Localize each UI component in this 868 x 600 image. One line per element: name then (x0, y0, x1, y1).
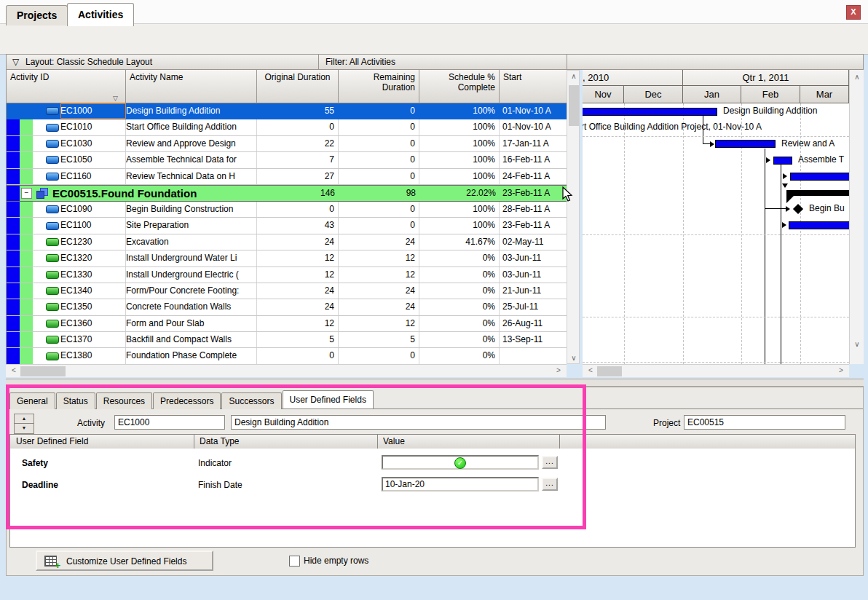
timescale-quarter[interactable]: Qtr 1, 2011 (683, 70, 849, 86)
cell-activity-name[interactable]: Site Preparation (126, 218, 257, 233)
table-row[interactable]: EC1000 Design Building Addition 55 0 100… (7, 103, 567, 119)
table-row[interactable]: EC1030 Review and Approve Design 22 0 10… (7, 136, 567, 152)
collapse-icon[interactable]: − (21, 188, 32, 199)
table-row[interactable]: EC1050 Assemble Technical Data for 7 0 1… (7, 152, 567, 168)
activity-stepper[interactable]: ▲ ▼ (14, 414, 34, 434)
cell-original-duration[interactable]: 55 (257, 103, 339, 119)
cell-schedule-pct[interactable]: 100% (419, 152, 500, 167)
cell-activity-id[interactable]: EC1160 (60, 169, 126, 184)
cell-schedule-pct[interactable]: 22.02% (419, 186, 500, 201)
cell-activity-name[interactable]: Design Building Addition (126, 103, 257, 119)
udf-value-field[interactable]: 10-Jan-20 (382, 477, 539, 492)
cell-activity-name[interactable]: Assemble Technical Data for (126, 152, 257, 167)
tab-projects[interactable]: Projects (6, 5, 68, 25)
cell-remaining-duration[interactable]: 5 (339, 332, 419, 347)
gantt-bar[interactable] (583, 108, 717, 116)
cell-start[interactable]: 24-Feb-11 A (500, 169, 567, 184)
tab-successors[interactable]: Successors (221, 392, 281, 409)
timescale-month[interactable]: Dec (624, 86, 683, 103)
cell-start[interactable]: 28-Feb-11 A (500, 202, 567, 217)
browse-ellipsis-button[interactable]: ... (542, 478, 558, 491)
cell-remaining-duration[interactable]: 0 (339, 348, 419, 363)
table-row[interactable]: EC1340 Form/Pour Concrete Footing: 24 24… (7, 283, 567, 299)
timescale-quarter[interactable]: , 2010 (583, 70, 683, 86)
cell-original-duration[interactable]: 12 (257, 250, 339, 266)
cell-remaining-duration[interactable]: 12 (339, 316, 419, 331)
cell-schedule-pct[interactable]: 100% (419, 136, 500, 151)
table-row[interactable]: EC1370 Backfill and Compact Walls 5 5 0%… (7, 332, 567, 348)
browse-ellipsis-button[interactable]: ... (542, 456, 558, 469)
cell-remaining-duration[interactable]: 0 (339, 202, 419, 217)
col-original-duration[interactable]: Original Duration (257, 70, 339, 103)
cell-activity-id[interactable]: EC1030 (60, 136, 126, 151)
table-row[interactable]: EC1230 Excavation 24 24 41.67% 02-May-11 (7, 234, 567, 250)
scroll-right-icon[interactable]: > (836, 366, 846, 374)
cell-activity-id[interactable]: EC1330 (60, 267, 126, 283)
activity-id-field[interactable] (114, 415, 225, 430)
cell-remaining-duration[interactable]: 0 (339, 136, 419, 151)
udf-row[interactable]: SafetyIndicator✓... (10, 453, 855, 475)
cell-start[interactable]: 26-Aug-11 (500, 316, 567, 331)
cell-activity-name[interactable]: Concrete Foundation Walls (126, 299, 257, 315)
table-row[interactable]: EC1330 Install Underground Electric ( 12… (7, 267, 567, 283)
spin-up-icon[interactable]: ▲ (15, 414, 33, 424)
col-activity-id[interactable]: Activity ID ▽ (7, 70, 126, 103)
hscroll-thumb[interactable] (20, 366, 66, 376)
activity-name-field[interactable] (231, 415, 606, 430)
table-row[interactable]: EC1360 Form and Pour Slab 12 12 0% 26-Au… (7, 316, 567, 332)
timescale-month[interactable]: Feb (741, 86, 800, 103)
udf-value-field[interactable]: ✓ (382, 455, 539, 470)
cell-activity-name[interactable]: Form/Pour Concrete Footing: (126, 283, 257, 299)
cell-original-duration[interactable]: 24 (257, 283, 339, 299)
cell-original-duration[interactable]: 22 (257, 136, 339, 151)
table-row[interactable]: EC1380 Foundation Phase Complete 0 0 0% (7, 348, 567, 364)
cell-schedule-pct[interactable]: 0% (419, 299, 500, 315)
cell-schedule-pct[interactable]: 100% (419, 169, 500, 184)
cell-activity-id[interactable]: EC1010 (60, 119, 126, 135)
tab-user-defined-fields[interactable]: User Defined Fields (283, 390, 374, 408)
cell-remaining-duration[interactable]: 12 (339, 267, 419, 283)
cell-original-duration[interactable]: 27 (257, 169, 339, 184)
cell-start[interactable]: 21-Jun-11 (500, 283, 567, 299)
layout-label[interactable]: Layout: Classic Schedule Layout (25, 57, 152, 67)
col-remaining-duration[interactable]: Remaining Duration (339, 70, 419, 103)
cell-start[interactable]: 01-Nov-10 A (500, 119, 567, 135)
timescale-month[interactable]: Mar (800, 86, 849, 103)
scroll-down-icon[interactable]: ∨ (852, 340, 862, 348)
cell-original-duration[interactable]: 12 (257, 316, 339, 331)
vscroll-thumb[interactable] (569, 85, 579, 126)
spin-down-icon[interactable]: ▼ (15, 424, 33, 433)
col-start[interactable]: Start (500, 70, 567, 103)
col-activity-name[interactable]: Activity Name (126, 70, 257, 103)
cell-remaining-duration[interactable]: 24 (339, 299, 419, 315)
gantt-timescale[interactable]: , 2010Qtr 1, 2011NovDecJanFebMar (583, 70, 849, 103)
cell-activity-id[interactable]: EC1380 (60, 348, 126, 363)
cell-activity-id[interactable]: EC1320 (60, 250, 126, 266)
tab-predecessors[interactable]: Predecessors (153, 392, 221, 409)
cell-schedule-pct[interactable]: 0% (419, 316, 500, 331)
hide-empty-rows-checkbox[interactable] (289, 556, 300, 567)
table-row[interactable]: EC1320 Install Underground Water Li 12 1… (7, 250, 567, 267)
cell-schedule-pct[interactable]: 100% (419, 119, 500, 135)
cell-activity-name[interactable]: Backfill and Compact Walls (126, 332, 257, 347)
cell-activity-id[interactable]: EC1000 (60, 103, 126, 119)
cell-start[interactable]: 17-Jan-11 A (500, 136, 567, 151)
timescale-month[interactable]: Jan (683, 86, 741, 103)
cell-original-duration[interactable]: 12 (257, 267, 339, 283)
cell-activity-name[interactable]: Review Technical Data on H (126, 169, 257, 184)
cell-start[interactable]: 01-Nov-10 A (500, 103, 567, 119)
udf-col-value[interactable]: Value (383, 436, 405, 446)
table-row[interactable]: EC1350 Concrete Foundation Walls 24 24 0… (7, 299, 567, 315)
scroll-up-icon[interactable]: ∧ (852, 73, 862, 81)
cell-activity-id[interactable]: EC1100 (60, 218, 126, 233)
cell-original-duration[interactable]: 0 (257, 348, 339, 363)
cell-activity-name[interactable]: Form and Pour Slab (126, 316, 257, 331)
cell-start[interactable]: 03-Jun-11 (500, 267, 567, 283)
cell-original-duration[interactable]: 24 (257, 234, 339, 250)
gantt-vscrollbar[interactable]: ∧ ∨ (849, 70, 864, 364)
project-id-field[interactable] (684, 415, 845, 430)
scroll-left-icon[interactable]: < (9, 366, 19, 374)
cell-remaining-duration[interactable]: 0 (339, 169, 419, 184)
cell-original-duration[interactable]: 43 (257, 218, 339, 233)
cell-schedule-pct[interactable]: 0% (419, 267, 500, 283)
